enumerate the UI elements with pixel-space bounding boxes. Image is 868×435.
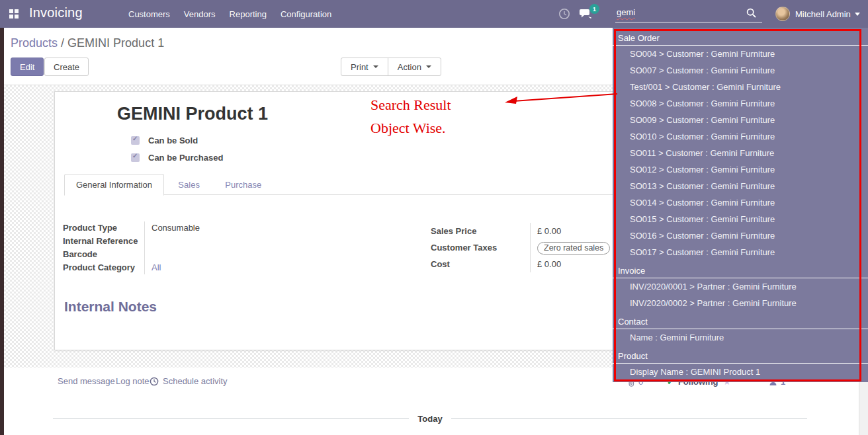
tab-general-information[interactable]: General Information [64,174,164,196]
search-group-sale-order: Sale Order SO004 > Customer : Gemini Fur… [613,28,868,260]
search-result-item[interactable]: SO009 > Customer : Gemini Furniture [613,112,868,128]
user-menu[interactable]: Mitchell Admin [795,9,851,19]
apps-grid-icon[interactable] [9,9,19,19]
scrollbar[interactable] [859,382,868,435]
breadcrumb-current: GEMINI Product 1 [67,36,164,50]
search-result-item[interactable]: SO016 > Customer : Gemini Furniture [613,227,868,244]
log-note-link[interactable]: Log note [116,376,150,386]
search-group-header: Invoice [613,260,868,278]
search-results-dropdown: Sale Order SO004 > Customer : Gemini Fur… [613,28,868,382]
search-group-header: Contact [613,311,868,329]
product-category-label: Product Category [63,261,144,274]
product-title: GEMINI Product 1 [117,104,268,124]
chevron-down-icon [426,65,431,68]
product-type-value: Consumable [152,221,271,235]
product-type-label: Product Type [63,221,144,235]
chevron-down-icon [373,65,378,68]
annotation-line2: Object Wise. [370,120,446,137]
top-navbar: Invoicing Customers Vendors Reporting Co… [0,0,868,28]
today-label: Today [417,414,442,424]
search-result-item[interactable]: INV/2020/0002 > Partner : Gemini Furnitu… [613,295,868,311]
today-divider: Today [53,414,807,424]
send-message-link[interactable]: Send message [58,376,115,386]
search-result-item[interactable]: INV/2020/0001 > Partner : Gemini Furnitu… [613,278,868,295]
search-icon[interactable] [746,8,756,18]
create-button[interactable]: Create [44,58,89,76]
can-be-sold-label: Can be Sold [148,136,198,145]
cost-label: Cost [431,256,530,272]
breadcrumb-products-link[interactable]: Products [11,36,58,50]
field-group-right: Sales Price Customer Taxes Cost £ 0.00 Z… [431,223,630,272]
message-count-badge: 1 [589,4,599,14]
edit-button[interactable]: Edit [11,58,44,76]
customer-taxes-label: Customer Taxes [431,239,530,256]
search-result-item[interactable]: Test/001 > Customer : Gemini Furniture [613,79,868,95]
barcode-value [152,248,271,261]
print-action-button-group: Print Action [341,58,441,76]
clock-icon [150,377,159,386]
can-be-purchased-label: Can be Purchased [148,153,223,163]
chevron-down-icon [855,13,860,16]
tax-tag: Zero rated sales [537,242,610,255]
field-group-left: Product Type Internal Reference Barcode … [63,221,271,274]
menu-vendors[interactable]: Vendors [184,9,216,19]
search-result-item[interactable]: SO011 > Customer : Gemini Furniture [613,145,868,161]
product-category-value[interactable]: All [152,261,271,274]
search-group-contact: Contact Name : Gemini Furniture [613,311,868,346]
schedule-activity-link[interactable]: Schedule activity [150,376,228,386]
sales-price-label: Sales Price [431,223,530,239]
action-button[interactable]: Action [388,58,441,75]
internal-notes-heading: Internal Notes [64,299,157,315]
can-be-purchased-row: Can be Purchased [131,153,223,163]
search-result-item[interactable]: SO008 > Customer : Gemini Furniture [613,95,868,112]
search-result-item[interactable]: SO012 > Customer : Gemini Furniture [613,161,868,178]
barcode-label: Barcode [63,248,144,261]
divider-line [451,418,807,419]
menu-customers[interactable]: Customers [128,9,170,19]
breadcrumb-separator: / [61,36,64,50]
search-result-item[interactable]: SO007 > Customer : Gemini Furniture [613,62,868,79]
schedule-activity-label: Schedule activity [163,376,228,386]
tab-sales[interactable]: Sales [167,175,211,195]
search-group-invoice: Invoice INV/2020/0001 > Partner : Gemini… [613,260,868,311]
tab-purchase[interactable]: Purchase [214,175,273,195]
search-result-item[interactable]: SO013 > Customer : Gemini Furniture [613,178,868,194]
annotation-arrow [498,91,620,108]
can-be-sold-row: Can be Sold [131,136,198,145]
search-result-item[interactable]: SO015 > Customer : Gemini Furniture [613,211,868,227]
action-button-label: Action [398,62,421,72]
search-query-text: gemi [617,7,635,17]
print-button-label: Print [351,62,369,72]
internal-reference-value [152,235,271,248]
menu-configuration[interactable]: Configuration [281,9,331,19]
search-group-header: Product [613,346,868,364]
search-group-header: Sale Order [613,28,868,46]
activities-clock-icon[interactable] [558,8,570,20]
search-result-item[interactable]: SO010 > Customer : Gemini Furniture [613,128,868,145]
search-group-product: Product Display Name : GEMINI Product 1 [613,346,868,380]
can-be-sold-checkbox[interactable] [131,136,140,145]
app-window: Invoicing Customers Vendors Reporting Co… [0,0,868,435]
search-input[interactable]: gemi [615,5,762,22]
app-title[interactable]: Invoicing [29,5,83,20]
breadcrumb: Products / GEMINI Product 1 [11,36,164,50]
divider-line [53,418,409,419]
print-button[interactable]: Print [341,58,388,75]
annotation-line1: Search Result [370,97,451,114]
search-result-item[interactable]: SO004 > Customer : Gemini Furniture [613,46,868,62]
internal-reference-label: Internal Reference [63,235,144,248]
search-result-item[interactable]: Name : Gemini Furniture [613,329,868,346]
can-be-purchased-checkbox[interactable] [131,153,140,162]
search-result-item[interactable]: SO017 > Customer : Gemini Furniture [613,244,868,260]
search-result-item[interactable]: SO014 > Customer : Gemini Furniture [613,194,868,211]
nav-menus: Customers Vendors Reporting Configuratio… [128,0,331,28]
search-result-item[interactable]: Display Name : GEMINI Product 1 [613,364,868,380]
menu-reporting[interactable]: Reporting [230,9,267,19]
user-avatar[interactable] [775,7,790,21]
